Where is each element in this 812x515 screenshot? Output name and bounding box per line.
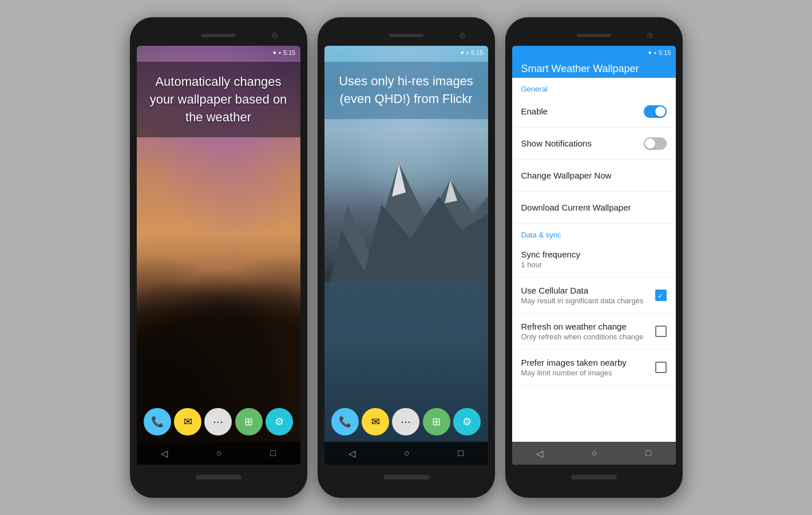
phone-2-top-bar xyxy=(324,27,488,43)
phone-2-camera xyxy=(460,33,465,38)
phone-1-status-bar: ▾ ▪ 5:15 xyxy=(137,46,300,60)
settings-item-sync-content: Sync frequency 1 hour xyxy=(521,249,667,269)
settings-item-sync-freq[interactable]: Sync frequency 1 hour xyxy=(512,241,676,278)
settings-item-nearby[interactable]: Prefer images taken nearby May limit num… xyxy=(512,350,676,386)
nearby-checkbox[interactable] xyxy=(655,362,667,373)
phone-1-home-btn xyxy=(196,475,241,480)
wifi-icon: ▾ xyxy=(273,49,276,57)
nav2-home[interactable]: ○ xyxy=(404,448,410,458)
dock2-calc-icon[interactable]: ⊞ xyxy=(423,408,450,435)
settings-item-notifications-content: Show Notifications xyxy=(521,138,644,148)
phone-3-nav-bar: ◁ ○ □ xyxy=(512,442,676,465)
phone-1-speaker xyxy=(201,34,236,37)
time3-display: 5:15 xyxy=(659,49,671,56)
phone-2-speaker xyxy=(389,34,423,37)
settings-item-download[interactable]: Download Current Wallpaper xyxy=(512,192,676,224)
settings-item-refresh-title: Refresh on weather change xyxy=(521,322,655,331)
settings-body[interactable]: General Enable Show Notifi xyxy=(512,78,676,465)
calc-symbol: ⊞ xyxy=(244,415,253,428)
phone-3-bottom-bar xyxy=(512,467,676,488)
settings-symbol: ⚙ xyxy=(275,415,284,428)
notifications-toggle-thumb xyxy=(645,138,655,149)
settings-item-sync-subtitle: 1 hour xyxy=(521,260,667,269)
phone2-symbol: 📞 xyxy=(339,415,351,428)
battery-icon: ▪ xyxy=(466,49,469,56)
settings-item-sync-title: Sync frequency xyxy=(521,249,667,259)
email2-symbol: ✉ xyxy=(371,415,380,428)
phone-3-camera xyxy=(647,33,653,38)
phone-1: ▾ ▪ 5:15 Automatically changes your wall… xyxy=(130,17,307,498)
nav3-recent[interactable]: □ xyxy=(645,448,651,458)
battery3-icon: ▪ xyxy=(654,49,656,56)
settings-item-cellular-subtitle: May result in significant data charges xyxy=(521,296,655,305)
nav-home[interactable]: ○ xyxy=(216,448,222,458)
phone-1-status-text: ▾ ▪ 5:15 xyxy=(273,49,295,57)
phone-3-status-bar: ▾ ▪ 5:15 xyxy=(512,46,676,60)
settings-item-nearby-subtitle: May limit number of images xyxy=(521,369,655,377)
phone-1-overlay-text: Automatically changes your wallpaper bas… xyxy=(148,73,289,126)
section-header-general: General xyxy=(512,78,676,96)
nav-back[interactable]: ◁ xyxy=(161,448,168,459)
cellular-checkbox[interactable] xyxy=(655,290,667,301)
phone-2-overlay-text: Uses only hi-res images (even QHD!) from… xyxy=(336,73,477,108)
phone-2-mountain-screen: ▾ ▪ 5:15 Uses only hi-res images (even Q… xyxy=(324,46,488,465)
nav3-back[interactable]: ◁ xyxy=(536,448,543,459)
dock-settings-icon[interactable]: ⚙ xyxy=(266,408,293,435)
settings-screen: ▾ ▪ 5:15 Smart Weather Wallpaper General xyxy=(512,46,676,465)
phone-3-screen: ▾ ▪ 5:15 Smart Weather Wallpaper General xyxy=(512,46,676,465)
nav2-back[interactable]: ◁ xyxy=(348,448,355,459)
phone-2: ▾ ▪ 5:15 Uses only hi-res images (even Q… xyxy=(318,17,495,498)
mountain-svg xyxy=(324,138,488,306)
nav2-recent[interactable]: □ xyxy=(458,448,464,458)
phone-1-camera xyxy=(272,33,278,38)
dock2-settings-icon[interactable]: ⚙ xyxy=(453,408,481,435)
phone-3-speaker xyxy=(577,34,611,37)
nav-recent[interactable]: □ xyxy=(270,448,276,458)
enable-toggle[interactable] xyxy=(644,105,667,118)
phone-1-wallpaper-screen: ▾ ▪ 5:15 Automatically changes your wall… xyxy=(137,46,300,465)
settings-item-notifications[interactable]: Show Notifications xyxy=(512,128,676,160)
settings-item-refresh[interactable]: Refresh on weather change Only refresh w… xyxy=(512,314,676,350)
settings-item-notifications-title: Show Notifications xyxy=(521,138,644,148)
notifications-toggle[interactable] xyxy=(644,137,667,150)
dock-phone-icon[interactable]: 📞 xyxy=(144,408,171,435)
battery-icon: ▪ xyxy=(279,49,281,56)
dock2-apps-icon[interactable]: ⋯ xyxy=(392,408,419,435)
phone-3: ▾ ▪ 5:15 Smart Weather Wallpaper General xyxy=(505,17,683,498)
wifi-icon: ▾ xyxy=(461,49,464,57)
phone-1-screen: ▾ ▪ 5:15 Automatically changes your wall… xyxy=(137,46,300,465)
settings-item-cellular[interactable]: Use Cellular Data May result in signific… xyxy=(512,278,676,314)
phone-1-overlay-box: Automatically changes your wallpaper bas… xyxy=(137,62,300,137)
phone-2-screen: ▾ ▪ 5:15 Uses only hi-res images (even Q… xyxy=(324,46,488,465)
dock-calc-icon[interactable]: ⊞ xyxy=(235,408,263,435)
settings2-symbol: ⚙ xyxy=(462,415,472,428)
email-symbol: ✉ xyxy=(184,415,192,428)
settings-item-change-wallpaper[interactable]: Change Wallpaper Now xyxy=(512,160,676,192)
enable-toggle-thumb xyxy=(655,106,666,117)
settings-item-cellular-content: Use Cellular Data May result in signific… xyxy=(521,286,655,305)
settings-item-enable[interactable]: Enable xyxy=(512,96,676,128)
settings-item-nearby-content: Prefer images taken nearby May limit num… xyxy=(521,358,655,377)
settings-item-download-title: Download Current Wallpaper xyxy=(521,203,667,212)
wifi3-icon: ▾ xyxy=(648,49,652,57)
time-display: 5:15 xyxy=(283,49,295,56)
dock-apps-icon[interactable]: ⋯ xyxy=(204,408,232,435)
nav3-home[interactable]: ○ xyxy=(592,448,597,458)
settings-item-enable-title: Enable xyxy=(521,106,644,116)
phone-3-status-text: ▾ ▪ 5:15 xyxy=(648,49,671,57)
settings-item-change-title: Change Wallpaper Now xyxy=(521,171,667,180)
phone-2-bottom-bar xyxy=(324,467,488,488)
phone-2-text-box: Uses only hi-res images (even QHD!) from… xyxy=(324,62,488,119)
phone-symbol: 📞 xyxy=(151,415,164,428)
settings-item-cellular-title: Use Cellular Data xyxy=(521,286,655,295)
settings-item-enable-content: Enable xyxy=(521,106,644,116)
dock-email-icon[interactable]: ✉ xyxy=(174,408,201,435)
apps-symbol: ⋯ xyxy=(213,415,223,428)
refresh-checkbox[interactable] xyxy=(655,326,667,337)
phone-2-nav-bar: ◁ ○ □ xyxy=(324,442,488,465)
settings-item-refresh-content: Refresh on weather change Only refresh w… xyxy=(521,322,655,341)
phones-container: ▾ ▪ 5:15 Automatically changes your wall… xyxy=(130,17,683,498)
dock2-phone-icon[interactable]: 📞 xyxy=(331,408,359,435)
dock2-email-icon[interactable]: ✉ xyxy=(362,408,389,435)
phone-3-top-bar xyxy=(512,27,676,43)
